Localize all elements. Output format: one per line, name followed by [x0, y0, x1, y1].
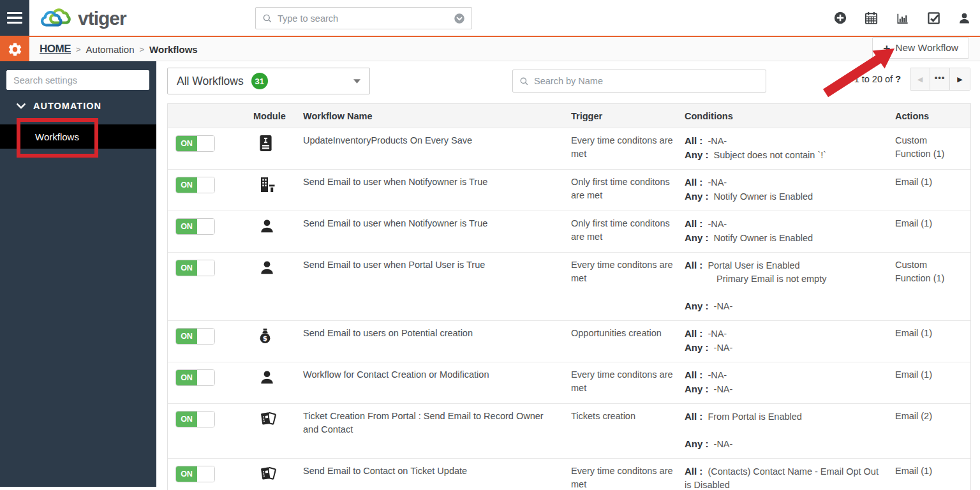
workflow-trigger: Every time conditons are met — [567, 464, 681, 490]
workflow-toggle[interactable]: ON — [175, 466, 215, 482]
workflow-toggle[interactable]: ON — [175, 218, 215, 235]
plus-icon: + — [883, 42, 890, 54]
new-workflow-label: New Workflow — [895, 42, 958, 54]
workflow-name[interactable]: Send Email to Contact on Ticket Update — [299, 464, 567, 490]
next-page-button[interactable]: ▶ — [950, 68, 970, 90]
sidebar-section-automation[interactable]: AUTOMATION — [17, 101, 101, 111]
new-workflow-button[interactable]: + New Workflow — [872, 37, 969, 59]
workflow-toggle[interactable]: ON — [175, 369, 215, 386]
toggle-on-label: ON — [176, 260, 197, 276]
pagination-of: of — [885, 74, 893, 84]
workflow-toggle[interactable]: ON — [175, 260, 215, 276]
workflow-name[interactable]: Send Email to users on Potential creatio… — [299, 327, 567, 355]
workflow-toggle[interactable]: ON — [175, 411, 215, 427]
toggle-on-label: ON — [176, 136, 197, 151]
condition-line: Any : -NA- — [685, 437, 887, 451]
col-actions: Actions — [891, 111, 970, 121]
pagination-total: ? — [895, 74, 901, 84]
conditions-cell: All : -NA-Any : Notify Owner is Enabled — [681, 217, 891, 245]
toggle-cell: ON — [168, 464, 249, 490]
table-row: ON Send Email to user when Portal User i… — [168, 252, 970, 320]
workflow-trigger: Every time conditons are met — [567, 134, 681, 162]
condition-line: Any : -NA- — [685, 341, 887, 355]
condition-line: All : From Portal is Enabled — [685, 410, 887, 424]
workflow-actions: Email (2) — [891, 410, 970, 451]
workflow-toggle[interactable]: ON — [175, 177, 215, 193]
caret-down-icon — [353, 79, 360, 84]
workflow-trigger: Opportunities creation — [567, 327, 681, 355]
settings-search-input[interactable] — [6, 70, 149, 90]
name-search — [512, 70, 766, 93]
condition-line: All : -NA- — [685, 217, 887, 231]
table-row: ON Ticket Creation From Portal : Send Em… — [168, 403, 970, 458]
toggle-on-label: ON — [176, 219, 197, 234]
workflows-table: Module Workflow Name Trigger Conditions … — [167, 103, 971, 490]
settings-sidebar: AUTOMATION Workflows — [0, 61, 156, 487]
workflow-name[interactable]: Ticket Creation From Portal : Send Email… — [299, 410, 567, 451]
condition-line: Primary Email is not empty — [716, 272, 887, 286]
ticket-icon — [258, 410, 276, 427]
calendar-icon[interactable] — [864, 11, 879, 26]
prev-page-button[interactable]: ◀ — [910, 68, 930, 90]
toggle-cell: ON — [168, 258, 249, 313]
breadcrumb-home-link[interactable]: HOME — [40, 43, 71, 56]
condition-line: Any : Subject does not contain `!` — [685, 148, 887, 162]
pagination: 1 to 20 of ? ◀ ••• ▶ — [854, 68, 970, 91]
reports-icon[interactable] — [895, 11, 910, 26]
vtiger-logo[interactable]: vtiger — [38, 4, 126, 33]
table-row: ON $ Send Email to users on Potential cr… — [168, 320, 970, 362]
toggle-knob — [197, 136, 214, 151]
add-icon[interactable] — [833, 11, 847, 25]
toggle-cell: ON — [168, 175, 249, 204]
top-bar: vtiger — [0, 0, 980, 37]
search-icon — [262, 13, 272, 24]
condition-line: All : Portal User is Enabled — [685, 258, 887, 272]
breadcrumb-item-workflows[interactable]: Workflows — [149, 44, 198, 55]
toggle-knob — [197, 260, 214, 276]
workflow-name[interactable]: Send Email to user when Notifyowner is T… — [299, 217, 567, 245]
main-content: All Workflows 31 1 to 20 of ? ◀ ••• ▶ — [156, 61, 980, 487]
workflow-toggle[interactable]: ON — [175, 328, 215, 345]
toggle-cell: ON — [168, 134, 249, 162]
table-body: ON UpdateInventoryProducts On Every Save… — [168, 128, 970, 490]
chevron-down-icon — [17, 103, 26, 109]
pagination-range: 1 to 20 — [854, 74, 882, 84]
breadcrumb-item-automation[interactable]: Automation — [86, 44, 135, 55]
workflow-name[interactable]: Workflow for Contact Creation or Modific… — [299, 368, 567, 396]
global-search-input[interactable] — [278, 13, 454, 24]
condition-line: Any : Notify Owner is Enabled — [685, 189, 887, 204]
pagination-text: 1 to 20 of ? — [854, 74, 901, 84]
filter-label: All Workflows — [177, 75, 244, 88]
workflow-name[interactable]: Send Email to user when Portal User is T… — [299, 258, 567, 313]
search-icon — [519, 77, 529, 86]
condition-line: All : -NA- — [685, 368, 887, 382]
sidebar-section-label: AUTOMATION — [33, 101, 101, 111]
workflow-toggle[interactable]: ON — [175, 135, 215, 152]
workflow-filter-dropdown[interactable]: All Workflows 31 — [167, 68, 370, 94]
conditions-cell: All : From Portal is EnabledAny : -NA- — [681, 410, 891, 451]
workflow-trigger: Every time conditons are met — [567, 368, 681, 396]
condition-line: All : (Contacts) Contact Name - Email Op… — [685, 464, 887, 490]
condition-line: Any : -NA- — [685, 299, 887, 313]
workflow-name[interactable]: UpdateInventoryProducts On Every Save — [299, 134, 567, 162]
workflow-actions: Email (1) — [891, 217, 970, 245]
toggle-knob — [197, 370, 214, 385]
workflow-name[interactable]: Send Email to user when Notifyowner is T… — [299, 175, 567, 204]
toggle-cell: ON — [168, 327, 249, 355]
sidebar-item-workflows[interactable]: Workflows — [0, 124, 156, 149]
condition-line: All : -NA- — [685, 175, 887, 189]
tasks-icon[interactable] — [926, 11, 941, 26]
table-row: ON Send Email to user when Notifyowner i… — [168, 169, 970, 211]
table-row: ON Send Email to Contact on Ticket Updat… — [168, 458, 970, 490]
sidebar-item-label: Workflows — [35, 131, 79, 142]
vtiger-wordmark: vtiger — [78, 8, 126, 29]
toggle-on-label: ON — [176, 177, 197, 193]
col-name: Workflow Name — [299, 111, 567, 121]
user-icon[interactable] — [958, 11, 971, 25]
main-menu-button[interactable] — [0, 0, 29, 36]
more-pages-button[interactable]: ••• — [930, 68, 950, 90]
search-by-name-input[interactable] — [534, 76, 759, 86]
chevron-circle-icon[interactable] — [454, 13, 465, 24]
settings-button[interactable] — [0, 37, 29, 61]
workflow-trigger: Only first time conditons are met — [567, 217, 681, 245]
